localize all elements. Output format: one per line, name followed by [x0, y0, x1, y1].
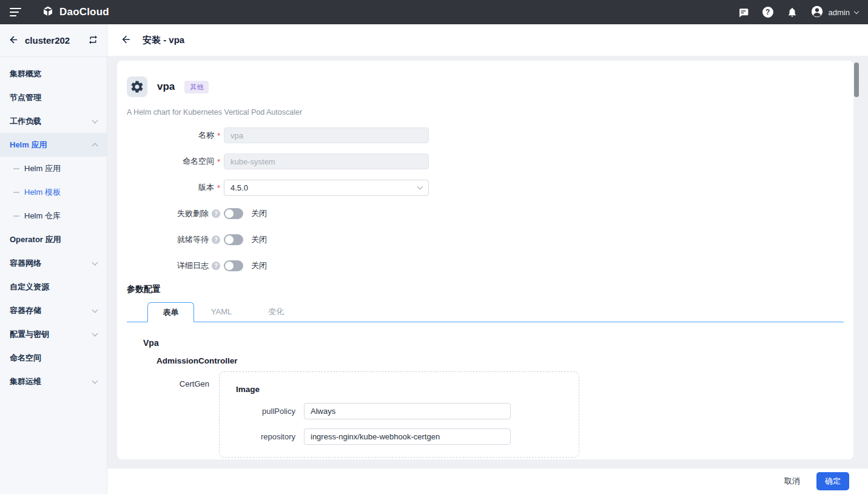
user-menu[interactable]: admin [810, 5, 858, 20]
chevron-down-icon [417, 184, 423, 190]
pullpolicy-input[interactable] [304, 403, 511, 419]
toggle-state-label: 关闭 [251, 234, 267, 245]
sidebar-item-cluster-ops[interactable]: 集群运维 [0, 370, 107, 393]
menu-icon[interactable] [10, 8, 23, 16]
toggle-state-label: 关闭 [251, 208, 267, 219]
image-box-title: Image [236, 385, 579, 394]
sidebar-item-config-secrets[interactable]: 配置与密钥 [0, 322, 107, 346]
app-description: A Helm chart for Kubernetes Vertical Pod… [127, 108, 844, 117]
app-name: vpa [157, 81, 175, 93]
chevron-down-icon [92, 306, 98, 313]
verbose-log-toggle[interactable] [224, 260, 243, 271]
avatar-icon [810, 5, 824, 20]
sidebar-item-workloads[interactable]: 工作负载 [0, 109, 107, 133]
chevron-down-icon [92, 377, 98, 384]
sidebar-nav: 集群概览 节点管理 工作负载 Helm 应用 Helm 应用 Helm 模板 H… [0, 57, 107, 393]
sidebar-item-helm-repos[interactable]: Helm 仓库 [0, 204, 107, 228]
page-header: 安装 - vpa [107, 24, 868, 56]
namespace-field-label: 命名空间 [183, 156, 214, 167]
certgen-label: CertGen [127, 371, 219, 458]
chevron-down-icon [92, 330, 98, 336]
sidebar: cluster202 集群概览 节点管理 工作负载 Helm 应用 Helm 应… [0, 24, 107, 494]
daocloud-logo-icon [41, 5, 55, 20]
help-icon[interactable]: ? [212, 235, 220, 244]
sidebar-item-helm-templates[interactable]: Helm 模板 [0, 180, 107, 204]
repository-input[interactable] [304, 428, 511, 445]
required-asterisk: * [217, 157, 220, 166]
ready-wait-label: 就绪等待 [177, 234, 209, 245]
brand-logo[interactable]: DaoCloud [41, 5, 109, 20]
chevron-down-icon [92, 117, 98, 123]
chevron-down-icon [854, 8, 859, 13]
sidebar-item-helm-apps-sub[interactable]: Helm 应用 [0, 157, 107, 180]
confirm-button[interactable]: 确定 [816, 472, 849, 490]
tab-diff[interactable]: 变化 [249, 302, 303, 322]
version-value: 4.5.0 [230, 183, 248, 192]
dash-icon [13, 168, 19, 169]
help-icon[interactable]: ? [212, 262, 220, 270]
verbose-log-label: 详细日志 [177, 260, 209, 271]
tab-form[interactable]: 表单 [147, 302, 194, 322]
sidebar-item-node-management[interactable]: 节点管理 [0, 86, 107, 109]
dash-icon [13, 215, 19, 217]
chat-icon[interactable] [738, 6, 750, 18]
app-gear-icon [127, 76, 147, 97]
version-field-label: 版本 [198, 182, 214, 193]
bell-icon[interactable] [786, 6, 798, 18]
chevron-down-icon [92, 259, 98, 265]
scrollbar-thumb[interactable] [854, 63, 859, 97]
help-icon[interactable]: ? [212, 209, 220, 218]
dash-icon [13, 192, 19, 193]
page-title: 安装 - vpa [143, 35, 184, 46]
switch-cluster-icon[interactable] [88, 35, 98, 47]
required-asterisk: * [217, 131, 220, 140]
install-form-card: vpa 其他 A Helm chart for Kubernetes Verti… [117, 61, 853, 459]
toggle-state-label: 关闭 [251, 260, 267, 271]
version-select[interactable]: 4.5.0 [224, 180, 429, 196]
tab-yaml[interactable]: YAML [194, 302, 249, 322]
namespace-input[interactable] [224, 154, 429, 169]
pullpolicy-label: pullPolicy [236, 407, 304, 416]
sidebar-item-container-storage[interactable]: 容器存储 [0, 299, 107, 322]
ready-wait-toggle[interactable] [224, 234, 243, 245]
params-tabbar: 表单 YAML 变化 [127, 302, 844, 322]
sidebar-item-cluster-overview[interactable]: 集群概览 [0, 62, 107, 86]
brand-name: DaoCloud [59, 6, 109, 18]
cluster-name: cluster202 [25, 35, 82, 46]
repository-label: repository [236, 432, 304, 441]
sidebar-item-helm-apps[interactable]: Helm 应用 [0, 133, 107, 157]
cancel-button[interactable]: 取消 [784, 476, 800, 487]
group-heading: AdmissionController [156, 356, 844, 365]
user-name: admin [829, 8, 850, 17]
delete-on-fail-label: 失败删除 [177, 208, 209, 219]
params-section-title: 参数配置 [127, 284, 844, 295]
delete-on-fail-toggle[interactable] [224, 208, 243, 219]
sidebar-item-namespaces[interactable]: 命名空间 [0, 346, 107, 370]
app-category-badge: 其他 [184, 81, 209, 93]
name-input[interactable] [224, 127, 429, 143]
footer-actions: 取消 确定 [107, 469, 868, 494]
back-icon[interactable] [121, 34, 132, 47]
topbar: DaoCloud ? admin [0, 0, 868, 24]
sidebar-item-container-network[interactable]: 容器网络 [0, 251, 107, 275]
back-icon[interactable] [8, 35, 19, 47]
certgen-image-box: Image pullPolicy repository [219, 371, 579, 458]
required-asterisk: * [217, 183, 220, 192]
sidebar-item-custom-resources[interactable]: 自定义资源 [0, 275, 107, 299]
sidebar-item-operator-apps[interactable]: Operator 应用 [0, 228, 107, 251]
root-heading: Vpa [143, 338, 844, 348]
help-icon[interactable]: ? [762, 6, 774, 18]
chevron-up-icon [92, 143, 98, 149]
name-field-label: 名称 [198, 130, 214, 141]
